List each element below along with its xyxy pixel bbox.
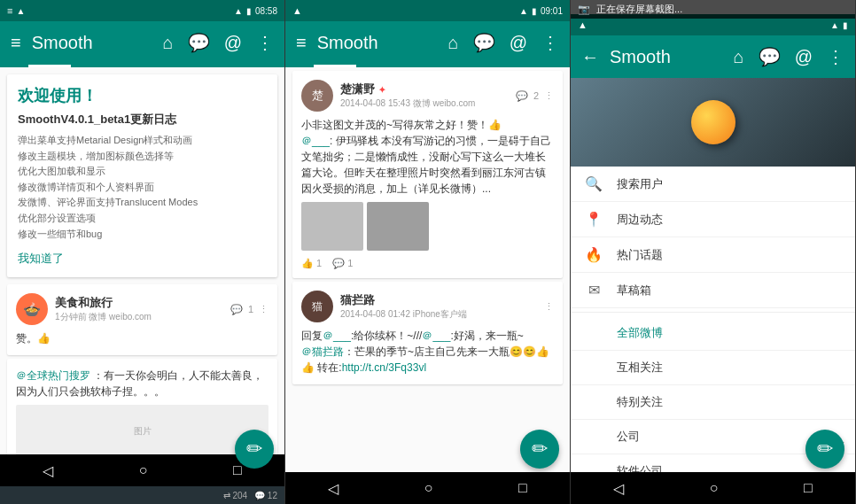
- menu-label-hot: 热门话题: [617, 247, 663, 263]
- fab-2[interactable]: ✏: [520, 430, 559, 469]
- more-icon-1[interactable]: ⋮: [253, 28, 277, 57]
- content-2: 楚 楚潇野 ✦ 2014-04-08 15:43 微博 weibo.com 💬 …: [285, 67, 570, 472]
- panel-1: ≡ ▲ ▲ ▮ 08:58 ≡ Smooth ⌂ 💬 @ ⋮ 欢迎使用！ Smo…: [0, 0, 285, 504]
- username-2-0: 楚潇野 ✦: [340, 81, 509, 97]
- menu-divider: [571, 312, 855, 313]
- post-platform-2-0: 微博 weibo.com: [413, 98, 476, 108]
- post-footer-2-0: 👍 1 💬 1: [301, 258, 554, 269]
- nearby-menu-icon: 📍: [585, 211, 603, 228]
- wifi-2: ▲: [519, 6, 528, 16]
- post-content-2-0: 小非这图文并茂的~写得灰常之好！赞！👍 ＠___: 伊玛驿栈 本没有写游记的习惯…: [301, 117, 554, 197]
- post-actions-2-0: 💬 2 ⋮: [516, 90, 554, 102]
- welcome-item-3: 修改微博详情页和个人资料界面: [18, 180, 267, 196]
- welcome-subtitle: SmoothV4.0.1_beta1更新日志: [18, 112, 267, 128]
- mention-icon-3[interactable]: @: [791, 43, 816, 71]
- mention-icon-2[interactable]: @: [506, 29, 531, 57]
- more-post-icon-2-1[interactable]: ⋮: [544, 301, 554, 313]
- avatar-2-0: 楚: [301, 80, 333, 112]
- post-img-2-0-a: [301, 202, 363, 251]
- post-meta-2-0: 2014-04-08 15:43 微博 weibo.com: [340, 97, 509, 110]
- back-nav-3[interactable]: ◁: [603, 477, 634, 500]
- more-post-icon-2-0[interactable]: ⋮: [544, 90, 554, 102]
- post-content-2-1: 回复＠___:给你续杯！~///＠___:好渴，来一瓶~ ＠猫拦路：芒果的季节~…: [301, 328, 554, 376]
- app-title-1: Smooth: [32, 33, 152, 53]
- time-1: 08:58: [255, 6, 277, 16]
- user-info-2-0: 楚潇野 ✦ 2014-04-08 15:43 微博 weibo.com: [340, 81, 509, 110]
- recents-nav-3[interactable]: □: [793, 477, 823, 500]
- menu-item-special[interactable]: 特别关注: [571, 385, 855, 420]
- post-meta-1-0: 1分钟前 微博 weibo.com: [55, 311, 223, 323]
- tab-indicator-1: [28, 65, 71, 67]
- verified-badge-2-0: ✦: [378, 85, 385, 95]
- more-post-icon-1-0[interactable]: ⋮: [259, 304, 268, 315]
- menu-item-mutual[interactable]: 互相关注: [571, 351, 855, 385]
- app-title-3: Smooth: [610, 47, 723, 67]
- message-icon-2[interactable]: 💬: [470, 28, 499, 57]
- home-icon-2[interactable]: ⌂: [445, 29, 463, 57]
- tab-indicator-2: [314, 65, 356, 67]
- app-title-2: Smooth: [317, 33, 438, 53]
- menu-hero-img: [571, 78, 855, 167]
- post-img-2-0-b: [367, 202, 429, 251]
- back-nav-2[interactable]: ◁: [317, 477, 349, 500]
- status-left-1: ≡ ▲: [7, 5, 25, 16]
- app-bar-3: ← Smooth ⌂ 💬 @ ⋮: [571, 35, 855, 78]
- like-count-2-0: 👍 1: [301, 258, 322, 269]
- post-actions-1-0: 💬 1 ⋮: [230, 304, 268, 315]
- status-right-3: ▲ ▮: [830, 20, 848, 30]
- post-header-1-0: 🍲 美食和旅行 1分钟前 微博 weibo.com 💬 1 ⋮: [16, 293, 268, 325]
- status-bar-1: ≡ ▲ ▲ ▮ 08:58: [0, 0, 284, 21]
- more-icon-3[interactable]: ⋮: [823, 43, 848, 71]
- comment-count-1-0: 1: [248, 304, 253, 314]
- menu-item-search[interactable]: 🔍 搜索用户: [571, 167, 855, 202]
- post-card-2-0: 楚 楚潇野 ✦ 2014-04-08 15:43 微博 weibo.com 💬 …: [292, 71, 563, 278]
- home-icon-3[interactable]: ⌂: [730, 43, 748, 71]
- post-time-1-0: 1分钟前: [55, 312, 87, 322]
- menu-item-hot[interactable]: 🔥 热门话题: [571, 237, 855, 273]
- more-icon-2[interactable]: ⋮: [538, 28, 563, 57]
- retweet-count-1: ⇄ 204: [223, 491, 247, 500]
- user-info-2-1: 猫拦路 2014-04-08 01:42 iPhone客户端: [340, 292, 537, 321]
- hot-menu-icon: 🔥: [585, 246, 603, 263]
- content-1: 欢迎使用！ SmoothV4.0.1_beta1更新日志 弹出菜单支持Metar…: [0, 67, 284, 454]
- welcome-item-5: 优化部分设置选项: [18, 211, 267, 227]
- post-meta-2-1: 2014-04-08 01:42 iPhone客户端: [340, 308, 537, 321]
- got-it-button[interactable]: 我知道了: [18, 251, 64, 267]
- mention-2-1a: ＠___: [323, 330, 351, 342]
- menu-item-all-weibo[interactable]: 全部微博: [571, 316, 855, 351]
- menu-item-nearby[interactable]: 📍 周边动态: [571, 202, 855, 237]
- avatar-1-0: 🍲: [16, 293, 48, 325]
- menu-item-drafts[interactable]: ✉ 草稿箱: [571, 273, 855, 308]
- save-notice-text: 正在保存屏幕截图...: [596, 4, 682, 14]
- status-left-2: ▲: [292, 5, 302, 16]
- menu-label-nearby: 周边动态: [617, 212, 663, 228]
- welcome-item-1: 修改主题模块，增加图标颜色选择等: [18, 149, 267, 165]
- fab-3[interactable]: ✏: [805, 430, 844, 469]
- back-nav-1[interactable]: ◁: [32, 459, 64, 483]
- home-icon-1[interactable]: ⌂: [160, 29, 177, 57]
- hamburger-icon-1[interactable]: ≡: [7, 29, 25, 57]
- app-bar-2: ≡ Smooth ⌂ 💬 @ ⋮: [285, 21, 570, 64]
- fab-1[interactable]: ✏: [235, 430, 274, 469]
- hamburger-icon-2[interactable]: ≡: [292, 29, 310, 57]
- back-icon-3[interactable]: ←: [578, 43, 603, 71]
- post-link-2-1[interactable]: http://t.cn/3Fq33vl: [342, 361, 426, 374]
- post-header-2-0: 楚 楚潇野 ✦ 2014-04-08 15:43 微博 weibo.com 💬 …: [301, 80, 554, 112]
- home-nav-1[interactable]: ○: [128, 459, 159, 482]
- signal-3: ▲: [578, 19, 588, 30]
- mention-icon-1[interactable]: @: [221, 29, 245, 57]
- save-notice: 📷 正在保存屏幕截图...: [571, 0, 855, 19]
- planet-decoration: [691, 100, 735, 144]
- home-nav-2[interactable]: ○: [414, 477, 444, 500]
- welcome-card: 欢迎使用！ SmoothV4.0.1_beta1更新日志 弹出菜单支持Metar…: [7, 74, 277, 277]
- post-text-1-0: 赞。👍: [16, 332, 51, 345]
- home-nav-3[interactable]: ○: [699, 477, 729, 500]
- message-icon-1[interactable]: 💬: [184, 28, 214, 57]
- comment-total-2-0: 💬 1: [332, 258, 353, 269]
- post-extra-text-1: ＠全球热门搜罗 ：有一天你会明白，人不能太善良，因为人们只会挑软柿子捏。。。: [16, 368, 268, 399]
- recents-nav-2[interactable]: □: [508, 477, 538, 500]
- panel-2: ▲ ▲ ▮ 09:01 ≡ Smooth ⌂ 💬 @ ⋮ 楚 楚潇野 ✦: [285, 0, 571, 504]
- status-left-3: ▲: [578, 19, 588, 30]
- tab-bar-2: [285, 64, 570, 67]
- message-icon-3[interactable]: 💬: [755, 43, 784, 71]
